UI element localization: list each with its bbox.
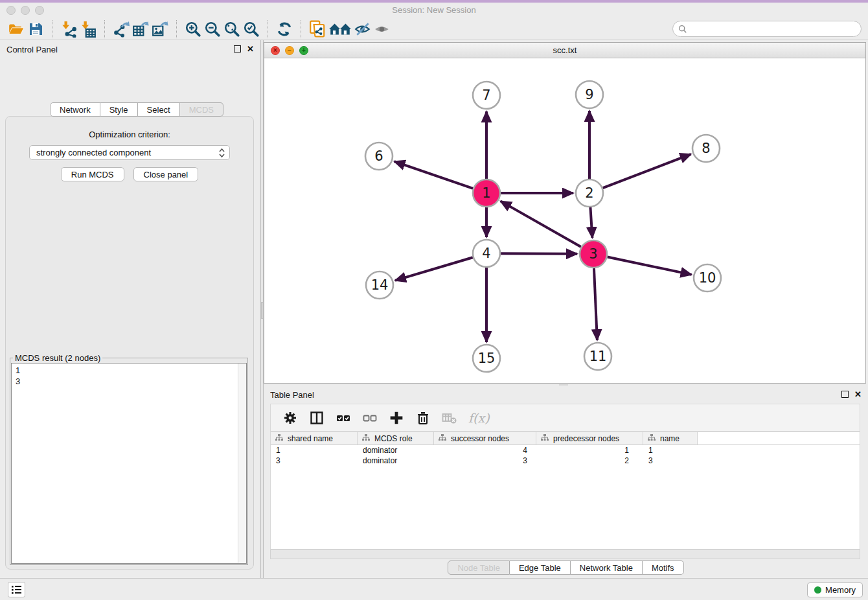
table-row[interactable]: 3dominator323 — [271, 456, 860, 466]
memory-button[interactable]: Memory — [807, 583, 863, 597]
float-panel-icon[interactable] — [234, 45, 241, 52]
network-canvas[interactable]: 7968124314101511 — [264, 58, 865, 383]
table-cell-filler — [698, 445, 860, 456]
table-cell: 3 — [434, 456, 536, 466]
node-label-4: 4 — [482, 246, 490, 261]
control-panel-title: Control Panel — [6, 45, 58, 54]
tab-select[interactable]: Select — [138, 102, 180, 117]
control-panel-tabs: NetworkStyleSelectMCDS — [50, 102, 223, 117]
window-title: Session: New Session — [0, 5, 868, 15]
tab-network-table[interactable]: Network Table — [571, 560, 643, 575]
column-header-MCDS-role[interactable]: MCDS role — [358, 432, 434, 444]
save-session-icon[interactable] — [26, 19, 45, 39]
table-cell: 4 — [434, 445, 536, 456]
tab-motifs[interactable]: Motifs — [643, 560, 684, 575]
title-bar: Session: New Session — [0, 3, 868, 18]
toolbar-separator — [268, 20, 268, 38]
tree-icon — [439, 434, 446, 443]
table-panel-title: Table Panel — [270, 390, 314, 400]
tab-edge-table[interactable]: Edge Table — [510, 560, 571, 575]
zoom-fit-icon[interactable] — [222, 19, 242, 39]
result-scrollbar[interactable] — [238, 363, 246, 563]
task-history-button[interactable] — [8, 582, 25, 597]
table-panel: Table Panel ✕ — [264, 386, 868, 577]
edge-1-6[interactable] — [394, 161, 474, 189]
edge-3-11[interactable] — [594, 268, 597, 340]
tab-network[interactable]: Network — [50, 102, 100, 117]
close-panel-button[interactable]: Close panel — [133, 167, 199, 181]
table-scroll-strip[interactable] — [270, 549, 860, 559]
show-columns-icon[interactable] — [309, 410, 325, 426]
apply-layout-icon[interactable] — [275, 19, 294, 39]
column-header-successor-nodes[interactable]: successor nodes — [434, 432, 536, 444]
toolbar-separator — [176, 20, 177, 38]
add-column-icon[interactable] — [389, 410, 404, 426]
search-box[interactable] — [672, 21, 862, 37]
dropdown-value: strongly connected component — [36, 148, 151, 157]
edge-4-3[interactable] — [501, 253, 577, 254]
toolbar-separator — [52, 20, 52, 38]
node-label-1: 1 — [482, 185, 490, 201]
select-all-icon[interactable] — [336, 410, 351, 426]
float-table-panel-icon[interactable] — [841, 391, 849, 398]
export-table-icon[interactable] — [131, 19, 150, 39]
edge-2-3[interactable] — [590, 207, 592, 238]
tree-icon — [648, 434, 656, 443]
run-mcds-button[interactable]: Run MCDS — [61, 167, 124, 181]
delete-table-icon[interactable] — [442, 410, 457, 426]
duplicate-network-icon[interactable] — [308, 19, 327, 39]
function-builder-icon[interactable]: f(x) — [468, 411, 490, 425]
delete-column-trash-icon[interactable] — [415, 410, 431, 426]
export-network-icon[interactable] — [111, 19, 131, 39]
table-cell: 3 — [643, 456, 698, 466]
network-window-titlebar[interactable]: × − + scc.txt — [264, 43, 865, 58]
zoom-out-icon[interactable] — [203, 19, 222, 39]
search-input[interactable] — [690, 24, 861, 34]
optimization-criterion-dropdown[interactable]: strongly connected component — [29, 145, 230, 160]
control-panel: Control Panel ✕ NetworkStyleSelectMCDS O… — [0, 40, 260, 578]
table-cell: 1 — [271, 445, 358, 456]
open-session-icon[interactable] — [6, 19, 26, 39]
export-image-icon[interactable] — [150, 19, 170, 39]
home-view-icon[interactable] — [327, 19, 353, 39]
table-cell: dominator — [358, 456, 434, 466]
zoom-in-icon[interactable] — [183, 19, 203, 39]
mcds-result-group: MCDS result (2 nodes) 1 3 — [10, 358, 248, 565]
show-panel-eye-icon[interactable] — [372, 19, 392, 39]
edge-4-14[interactable] — [395, 257, 473, 281]
table-tabs: Node TableEdge TableNetwork TableMotifs — [264, 560, 868, 575]
node-label-6: 6 — [374, 148, 383, 164]
column-header-shared-name[interactable]: shared name — [271, 432, 358, 444]
close-table-panel-icon[interactable]: ✕ — [854, 389, 862, 399]
node-table-body: 1dominator4113dominator323 — [271, 445, 860, 466]
mcds-result-lines: 1 3 — [12, 363, 246, 388]
tab-style[interactable]: Style — [100, 102, 138, 117]
node-label-8: 8 — [702, 141, 710, 156]
node-label-9: 9 — [585, 87, 593, 102]
table-cell-filler — [698, 456, 860, 466]
node-label-15: 15 — [478, 351, 496, 366]
mcds-result-area[interactable]: 1 3 — [11, 363, 247, 564]
import-table-icon[interactable] — [78, 19, 98, 39]
node-table-header: shared nameMCDS rolesuccessor nodesprede… — [271, 432, 860, 445]
table-cell: 1 — [643, 445, 698, 456]
column-header-name[interactable]: name — [643, 432, 698, 444]
node-label-11: 11 — [589, 349, 607, 364]
dropdown-stepper-icon — [218, 147, 225, 159]
edge-3-10[interactable] — [608, 257, 692, 275]
mcds-result-title: MCDS result (2 nodes) — [13, 353, 102, 363]
edge-3-1[interactable] — [501, 201, 581, 247]
column-header-filler — [698, 432, 860, 444]
hide-panel-eye-icon[interactable] — [353, 19, 372, 39]
edge-2-8[interactable] — [603, 154, 691, 188]
import-network-icon[interactable] — [59, 19, 78, 39]
tab-mcds[interactable]: MCDS — [180, 102, 223, 117]
column-header-predecessor-nodes[interactable]: predecessor nodes — [536, 432, 643, 444]
tab-node-table[interactable]: Node Table — [448, 560, 510, 575]
table-cell: dominator — [358, 445, 434, 456]
table-options-gear-icon[interactable] — [282, 410, 298, 426]
table-row[interactable]: 1dominator411 — [271, 445, 860, 456]
zoom-selected-icon[interactable] — [242, 19, 261, 39]
close-panel-icon[interactable]: ✕ — [247, 44, 254, 54]
deselect-all-icon[interactable] — [362, 410, 378, 426]
